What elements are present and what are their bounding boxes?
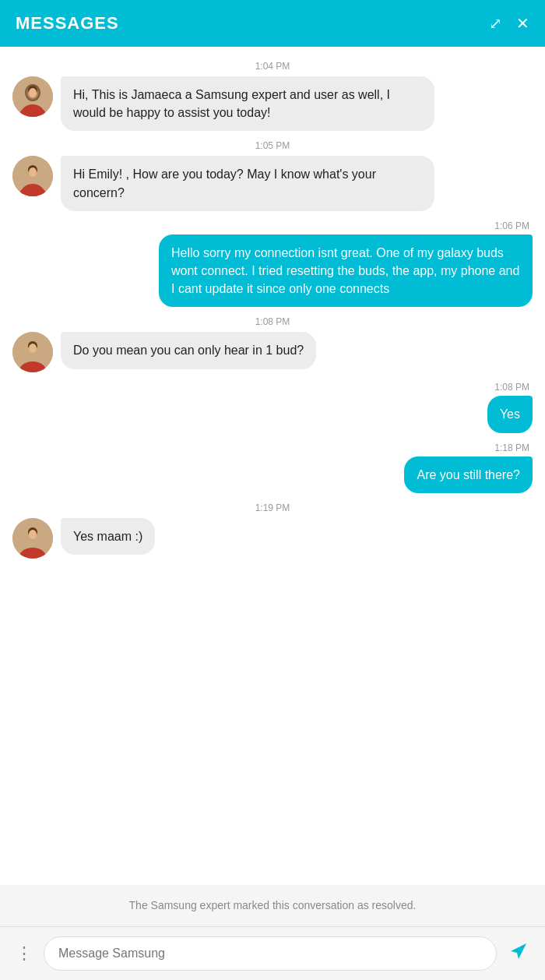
header-title: MESSAGES	[16, 13, 119, 33]
minimize-icon[interactable]: ⤢	[489, 14, 502, 33]
message-input[interactable]	[44, 936, 497, 971]
timestamp-6: 1:18 PM	[12, 442, 533, 453]
timestamp-1: 1:04 PM	[12, 61, 533, 72]
message-row-1: Hi, This is Jamaeca a Samsung expert and…	[12, 76, 533, 131]
message-row-7: Yes maam :)	[12, 518, 533, 559]
timestamp-5: 1:08 PM	[12, 382, 533, 393]
chat-area: 1:04 PM Hi, This is Jamaeca a Samsung ex…	[0, 47, 545, 885]
input-area: ⋮	[0, 926, 545, 980]
timestamp-7: 1:19 PM	[12, 502, 533, 513]
bubble-2: Hi Emily! , How are you today? May I kno…	[61, 156, 434, 210]
options-icon[interactable]: ⋮	[12, 940, 36, 967]
message-row-6: Are you still there?	[12, 457, 533, 493]
send-icon[interactable]	[505, 937, 533, 971]
timestamp-2: 1:05 PM	[12, 140, 533, 151]
timestamp-4: 1:08 PM	[12, 316, 533, 327]
message-row-4: Do you mean you can only hear in 1 bud?	[12, 332, 533, 372]
avatar-7	[12, 518, 53, 559]
avatar-1	[12, 76, 53, 117]
message-row-3: Hello sorry my connection isnt great. On…	[12, 234, 533, 308]
header-icons: ⤢ ✕	[489, 14, 529, 33]
bubble-7: Yes maam :)	[61, 518, 155, 555]
svg-point-12	[29, 167, 37, 177]
bubble-1: Hi, This is Jamaeca a Samsung expert and…	[61, 76, 434, 131]
bubble-5: Yes	[487, 396, 533, 432]
avatar-4	[12, 332, 53, 372]
avatar-2	[12, 156, 53, 196]
svg-point-16	[29, 344, 37, 353]
header: MESSAGES ⤢ ✕	[0, 0, 545, 47]
bubble-4: Do you mean you can only hear in 1 bud?	[61, 332, 316, 368]
message-row-5: Yes	[12, 396, 533, 432]
resolved-notice: The Samsung expert marked this conversat…	[0, 885, 545, 926]
svg-point-7	[29, 88, 37, 97]
bubble-6: Are you still there?	[404, 457, 533, 493]
bubble-3: Hello sorry my connection isnt great. On…	[159, 234, 533, 308]
close-icon[interactable]: ✕	[516, 14, 529, 33]
timestamp-3: 1:06 PM	[12, 220, 533, 231]
message-row-2: Hi Emily! , How are you today? May I kno…	[12, 156, 533, 210]
svg-point-20	[29, 530, 37, 539]
